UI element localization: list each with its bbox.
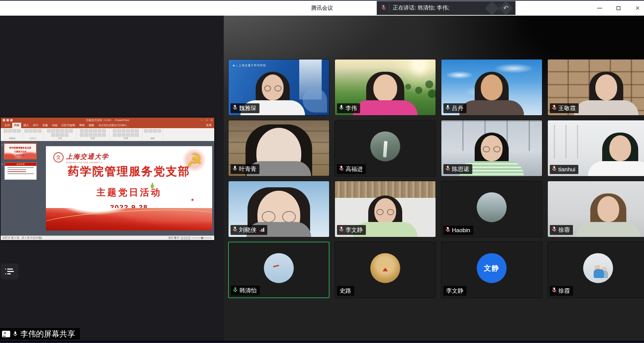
- participant-name-label: 魏雅琛: [231, 103, 259, 113]
- participant-tile[interactable]: 韩清怡: [228, 242, 329, 298]
- university-name: 上海交通大学: [66, 152, 109, 161]
- participant-name-label: 李文静: [443, 286, 467, 296]
- mic-status-icon: [232, 105, 238, 112]
- participant-name-label: tianhui: [550, 165, 578, 174]
- participant-video: [574, 72, 639, 115]
- ppt-ribbon-group-label: 剪贴板: [9, 137, 16, 140]
- participant-name-label: Haobin: [443, 226, 473, 235]
- mic-status-icon: [445, 166, 451, 173]
- ppt-tab: 幻灯片放映: [60, 123, 77, 128]
- person-body: [588, 161, 644, 176]
- virtual-bg-watermark: 上海交通大学药学院: [233, 64, 266, 67]
- person-face: [262, 74, 284, 100]
- network-signal-icon: [258, 227, 264, 234]
- layers-icon[interactable]: [485, 1, 499, 15]
- ppt-quick-access-icons: [3, 119, 13, 121]
- avatar-image: [594, 269, 604, 278]
- ppt-current-slide: 交 上海交通大学 SHANGHAI JIAO TONG UNIVERSITY 药…: [46, 146, 212, 230]
- avatar-initials: 文静: [484, 263, 499, 273]
- participant-tile[interactable]: 高福进: [335, 120, 436, 176]
- title-bar[interactable]: 腾讯会议 正在讲话: 韩清怡; 李伟; ↶ ✕: [0, 1, 644, 16]
- participant-name: 史路: [340, 287, 351, 295]
- person-face: [597, 196, 619, 222]
- person-body: [353, 100, 418, 116]
- participant-video: [576, 193, 641, 237]
- ppt-ribbon-group-label: 字体: [58, 137, 62, 140]
- participant-tile[interactable]: 文静 李文静: [441, 242, 542, 298]
- ppt-tab: 插入: [22, 123, 31, 128]
- participant-name: 韩清怡: [239, 287, 257, 294]
- participant-avatar: [264, 253, 294, 283]
- participant-tile[interactable]: 李文静: [335, 181, 436, 237]
- participant-tile[interactable]: 徐蓉: [547, 181, 644, 237]
- thumb2-heading: 会议内容: [5, 162, 36, 166]
- participant-tile[interactable]: 徐霞: [547, 242, 644, 298]
- participant-name-label: 徐蓉: [550, 225, 573, 235]
- app-title: 腾讯会议: [311, 5, 333, 12]
- ppt-search-hint: 告诉我您想要执行的操作...: [99, 124, 129, 128]
- slide-title: 药学院管理服务党支部: [46, 164, 212, 179]
- ppt-zoom-slider: [192, 238, 212, 238]
- participant-name-label: 高福进: [337, 164, 366, 174]
- participant-name: 王敬霞: [558, 104, 576, 112]
- ppt-tab: 动画: [50, 123, 59, 128]
- speaking-status-text: 正在讲话: 韩清怡; 李伟;: [393, 4, 449, 12]
- person-body: [576, 222, 641, 237]
- participant-tile[interactable]: 吕丹: [441, 59, 542, 116]
- person-face: [481, 74, 503, 100]
- participant-tile[interactable]: Haobin: [441, 181, 542, 237]
- video-grid-area: 上海交通大学药学院 魏雅琛 李伟 吕丹: [224, 16, 644, 341]
- avatar-image: [383, 141, 387, 157]
- mic-status-icon: [339, 226, 344, 234]
- screen-share-banner-text: 李伟的屏幕共享: [20, 329, 75, 339]
- person-body: [574, 100, 639, 116]
- slide-subtitle: 主题党日活动: [46, 186, 212, 199]
- participant-tile[interactable]: 陈思诺: [441, 120, 542, 176]
- university-logo: 交 上海交通大学 SHANGHAI JIAO TONG UNIVERSITY: [53, 152, 109, 164]
- close-button[interactable]: ✕: [633, 4, 642, 13]
- person-face: [374, 198, 396, 224]
- mic-status-icon: [552, 105, 557, 112]
- participant-tile[interactable]: 史路: [335, 242, 436, 298]
- participant-tile[interactable]: tianhui: [547, 120, 644, 176]
- mic-status-icon: [445, 105, 451, 112]
- ppt-status-left: 幻灯片 第 1 张，共 2 张 中文(中国): [3, 236, 42, 240]
- ppt-ribbon-group: 幻灯片: [23, 129, 44, 141]
- mic-status-icon: [552, 166, 557, 173]
- list-view-icon: [5, 269, 14, 274]
- participant-tile[interactable]: 上海交通大学药学院 魏雅琛: [228, 59, 329, 116]
- thumb-subtitle: 主题党日活动: [14, 150, 27, 153]
- ppt-ribbon-group: 编辑: [142, 129, 163, 141]
- ppt-tab: 开始: [12, 123, 21, 128]
- participant-tile[interactable]: 叶青青: [228, 120, 329, 176]
- back-arrow-icon[interactable]: ↶: [499, 1, 513, 15]
- participant-name: tianhui: [558, 166, 575, 173]
- slide-number: 2: [1, 163, 3, 165]
- red-wave-decoration: [46, 208, 212, 230]
- participant-name: Haobin: [452, 227, 470, 234]
- ppt-ribbon-group: 绘图: [109, 129, 142, 141]
- participant-tile[interactable]: 王敬霞: [547, 59, 644, 116]
- participant-name-label: 李伟: [337, 103, 360, 113]
- participant-name: 李伟: [345, 104, 357, 112]
- participant-name: 李文静: [345, 226, 363, 234]
- participant-name: 徐霞: [558, 287, 570, 295]
- maximize-button[interactable]: [614, 4, 623, 13]
- participant-tile[interactable]: 刘晓侠: [228, 181, 329, 237]
- ppt-tab: 视图: [87, 123, 96, 128]
- participant-name-label: 刘晓侠: [231, 225, 267, 235]
- layout-switch-button[interactable]: [1, 263, 18, 279]
- mic-status-icon: [232, 226, 238, 234]
- mic-status-icon: [339, 166, 344, 173]
- mic-status-icon: [552, 226, 557, 234]
- screen-share-banner: 李伟的屏幕共享: [0, 328, 80, 340]
- ppt-ribbon-group-label: 绘图: [124, 137, 128, 140]
- ppt-ribbon-group: 段落: [77, 129, 109, 141]
- participant-name-label: 李文静: [337, 225, 366, 235]
- university-seal-icon: 交: [53, 152, 64, 162]
- ppt-tabs: 文件开始插入设计切换动画幻灯片放映审阅视图告诉我您想要执行的操作... 共享: [1, 123, 214, 128]
- star-decoration: ★: [190, 197, 194, 202]
- shared-powerpoint-window: 主题党日活动（9.28） - PowerPoint ─☐✕ 文件开始插入设计切换…: [1, 118, 214, 240]
- minimize-button[interactable]: [595, 4, 604, 13]
- participant-tile[interactable]: 李伟: [335, 59, 436, 116]
